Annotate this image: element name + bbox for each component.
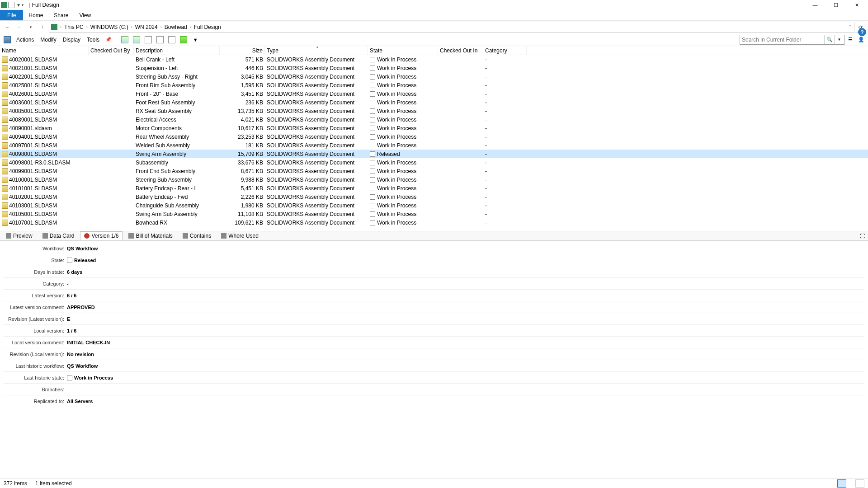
tab-bom[interactable]: Bill of Materials xyxy=(124,231,176,240)
table-row[interactable]: 40101001.SLDASMBattery Endcap - Rear - L… xyxy=(0,184,868,192)
file-name: 40094001.SLDASM xyxy=(9,134,57,140)
expand-panel-icon[interactable]: ⛶ xyxy=(858,232,866,240)
chevron-right-icon[interactable]: › xyxy=(130,25,133,29)
tab-file[interactable]: File xyxy=(0,10,23,20)
checkin-icon[interactable] xyxy=(119,34,130,45)
search-input[interactable] xyxy=(740,37,824,43)
help-icon[interactable]: ? xyxy=(858,28,866,36)
tab-preview[interactable]: Preview xyxy=(2,231,37,240)
column-state[interactable]: State xyxy=(368,46,438,55)
forward-button[interactable]: → xyxy=(14,22,24,33)
pdm-logo-icon[interactable] xyxy=(2,34,13,45)
tab-contains-label: Contains xyxy=(190,233,211,239)
view-options-icon[interactable]: ☰ xyxy=(845,35,855,45)
pin-icon[interactable]: 📌 xyxy=(103,34,114,45)
recent-dropdown[interactable]: ▼ xyxy=(25,22,36,33)
doc-icon[interactable] xyxy=(8,2,14,8)
state-text: Work in Process xyxy=(377,177,416,183)
cell-description: Front End Sub Assembly xyxy=(134,168,220,174)
filter-icon[interactable]: ▼ xyxy=(190,34,201,45)
table-row[interactable]: 40025001.SLDASMFront Rim Sub Assembly1,5… xyxy=(0,81,868,89)
tab-version[interactable]: Version 1/6 xyxy=(80,231,123,240)
address-bar[interactable]: › This PC › WINDOWS (C:) › WN 2024 › Bow… xyxy=(49,22,854,33)
tab-home[interactable]: Home xyxy=(23,10,48,20)
file-name: 40103001.SLDASM xyxy=(9,202,57,209)
minimize-button[interactable]: — xyxy=(805,0,826,10)
tab-where-used[interactable]: Where Used xyxy=(217,231,263,240)
table-row[interactable]: 40021001.SLDASMSuspension - Left446 KBSO… xyxy=(0,64,868,72)
view-large-icons-button[interactable] xyxy=(855,479,864,488)
menu-display[interactable]: Display xyxy=(60,36,83,44)
up-button[interactable]: ↑ xyxy=(37,22,48,33)
breadcrumb-item[interactable]: Full Design xyxy=(192,24,223,30)
qat-save-icon[interactable]: ▾ xyxy=(17,2,20,8)
chevron-right-icon[interactable]: › xyxy=(59,25,62,29)
new-folder-icon[interactable] xyxy=(166,34,177,45)
close-button[interactable]: ✕ xyxy=(846,0,867,10)
column-checked-out-in[interactable]: Checked Out In xyxy=(438,46,483,55)
state-icon xyxy=(370,160,375,165)
table-row[interactable]: 40098001.SLDASMSwing Arm Assembly15,709 … xyxy=(0,150,868,158)
state-icon xyxy=(370,66,375,71)
table-row[interactable]: 40090001.sldasmMotor Components10,617 KB… xyxy=(0,124,868,132)
detail-tabstrip: Preview Data Card Version 1/6 Bill of Ma… xyxy=(0,231,868,241)
search-box[interactable]: 🔍 ▼ xyxy=(740,35,844,45)
checkout-icon[interactable] xyxy=(131,34,142,45)
back-button[interactable]: ← xyxy=(2,22,13,33)
table-row[interactable]: 40022001.SLDASMSteering Sub Assy - Right… xyxy=(0,72,868,81)
get-latest-icon[interactable] xyxy=(143,34,154,45)
label-revision-latest: Revision (Latest version): xyxy=(4,316,67,322)
table-row[interactable]: 40103001.SLDASMChainguide Sub Assembly1,… xyxy=(0,201,868,210)
breadcrumb-item[interactable]: This PC xyxy=(62,24,85,30)
table-row[interactable]: 40094001.SLDASMRear Wheel Assembly23,253… xyxy=(0,132,868,141)
get-version-icon[interactable] xyxy=(155,34,165,45)
table-row[interactable]: 40036001.SLDASMFoot Rest Sub Assembly236… xyxy=(0,98,868,107)
column-checked-out-by[interactable]: Checked Out By xyxy=(89,46,134,55)
column-type[interactable]: Type▴ xyxy=(265,46,368,55)
maximize-button[interactable]: ☐ xyxy=(826,0,846,10)
search-icon[interactable]: 🔍 xyxy=(824,35,834,44)
state-icon xyxy=(370,177,375,183)
change-state-icon[interactable] xyxy=(178,34,189,45)
breadcrumb-item[interactable]: WN 2024 xyxy=(133,24,160,30)
search-dropdown-icon[interactable]: ▼ xyxy=(834,35,844,44)
tab-bom-label: Bill of Materials xyxy=(136,233,172,239)
cell-description: Swing Arm Assembly xyxy=(134,151,220,157)
table-row[interactable]: 40097001.SLDASMWelded Sub Assembly181 KB… xyxy=(0,141,868,150)
column-size[interactable]: Size xyxy=(220,46,265,55)
table-row[interactable]: 40098001-R3.0.SLDASMSubassembly33,676 KB… xyxy=(0,158,868,167)
assembly-file-icon xyxy=(2,91,8,97)
assembly-file-icon xyxy=(2,117,8,123)
table-row[interactable]: 40020001.SLDASMBell Crank - Left571 KBSO… xyxy=(0,55,868,64)
menu-tools[interactable]: Tools xyxy=(84,36,102,44)
file-list[interactable]: 40020001.SLDASMBell Crank - Left571 KBSO… xyxy=(0,55,868,231)
table-row[interactable]: 40105001.SLDASMSwing Arm Sub Assembly11,… xyxy=(0,210,868,218)
table-row[interactable]: 40102001.SLDASMBattery Endcap - Fwd2,226… xyxy=(0,192,868,201)
cell-type: SOLIDWORKS Assembly Document xyxy=(265,65,368,71)
breadcrumb-item[interactable]: Bowhead xyxy=(163,24,189,30)
chevron-right-icon[interactable]: › xyxy=(189,25,192,29)
column-description[interactable]: Description xyxy=(134,46,220,55)
tab-data-card[interactable]: Data Card xyxy=(38,231,79,240)
tab-share[interactable]: Share xyxy=(48,10,74,20)
chevron-down-icon[interactable]: ˅ xyxy=(848,25,852,29)
column-name[interactable]: Name xyxy=(0,46,89,55)
view-details-button[interactable] xyxy=(837,479,846,488)
qat-dropdown-icon[interactable]: ▼ xyxy=(21,3,24,7)
tab-contains[interactable]: Contains xyxy=(179,231,215,240)
cell-type: SOLIDWORKS Assembly Document xyxy=(265,202,368,209)
menu-modify[interactable]: Modify xyxy=(38,36,59,44)
tab-view[interactable]: View xyxy=(74,10,96,20)
menu-actions[interactable]: Actions xyxy=(14,36,37,44)
table-row[interactable]: 40085001.SLDASMRX Seat Sub Assembly13,73… xyxy=(0,107,868,115)
file-name: 40036001.SLDASM xyxy=(9,99,57,106)
table-row[interactable]: 40026001.SLDASMFront - 20" - Base3,451 K… xyxy=(0,89,868,98)
chevron-right-icon[interactable]: › xyxy=(160,25,163,29)
breadcrumb-item[interactable]: WINDOWS (C:) xyxy=(89,24,130,30)
chevron-right-icon[interactable]: › xyxy=(85,25,89,29)
column-category[interactable]: Category xyxy=(483,46,527,55)
table-row[interactable]: 40107001.SLDASMBowhead RX109,621 KBSOLID… xyxy=(0,218,868,227)
table-row[interactable]: 40100001.SLDASMSteering Sub Assembly9,98… xyxy=(0,175,868,184)
table-row[interactable]: 40089001.SLDASMElectrical Access4,021 KB… xyxy=(0,115,868,124)
table-row[interactable]: 40099001.SLDASMFront End Sub Assembly8,6… xyxy=(0,167,868,175)
